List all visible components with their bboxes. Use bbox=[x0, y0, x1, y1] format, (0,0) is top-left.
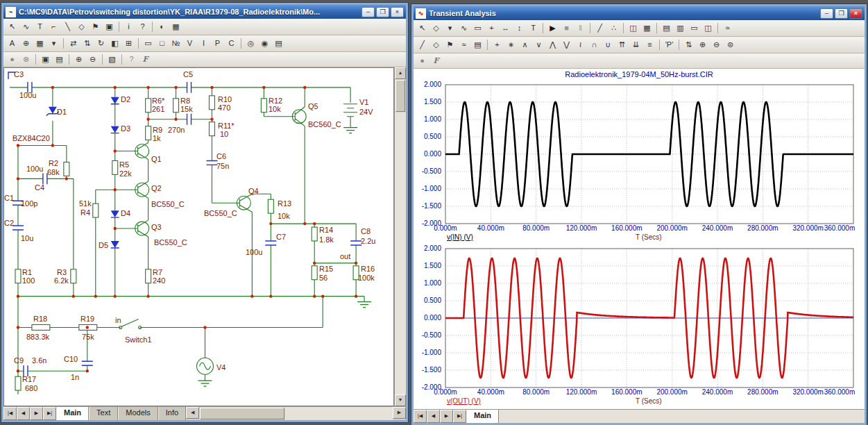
zoom-in-icon[interactable]: ⊕ bbox=[696, 38, 709, 51]
mirror-icon[interactable]: ◧ bbox=[108, 37, 121, 50]
peak-icon[interactable]: ∧ bbox=[518, 38, 531, 51]
go-to-performance-icon[interactable]: ⇅ bbox=[682, 38, 695, 51]
component-label[interactable]: C1 bbox=[4, 194, 14, 202]
component-label[interactable]: R18 bbox=[33, 315, 47, 323]
trace-v-in-v-[interactable] bbox=[445, 102, 853, 206]
show-grid-icon[interactable]: ▦ bbox=[33, 37, 46, 50]
trace-label[interactable]: v(IN) (V) bbox=[447, 233, 473, 242]
zoom-out-icon[interactable]: ⊖ bbox=[710, 38, 723, 51]
graphics-flag-icon[interactable]: ⚑ bbox=[443, 38, 457, 51]
component-label[interactable]: R9 bbox=[153, 126, 162, 134]
pin-connections-icon[interactable]: ⊕ bbox=[19, 37, 33, 50]
p-key-icon[interactable]: 'P' bbox=[663, 38, 676, 51]
component-label[interactable]: C5 bbox=[183, 71, 193, 78]
color-palette-icon[interactable]: ▦ bbox=[169, 20, 182, 33]
help-icon[interactable]: ? bbox=[136, 20, 149, 33]
component-label[interactable]: R10 bbox=[218, 96, 232, 103]
component-label[interactable]: out bbox=[340, 253, 350, 260]
vertical-scrollbar-thumb[interactable] bbox=[395, 80, 405, 112]
formula-icon[interactable]: F bbox=[429, 54, 443, 67]
component-label[interactable]: R4 bbox=[80, 209, 90, 217]
component-label[interactable]: 680 bbox=[25, 385, 37, 392]
component-label[interactable]: Q1 bbox=[151, 156, 162, 163]
scroll-right-button[interactable]: ▶ bbox=[393, 407, 406, 419]
waveform-smooth-icon[interactable]: ≈ bbox=[457, 38, 470, 51]
align-cursors-icon[interactable]: ≡ bbox=[643, 38, 656, 51]
panel-left-icon[interactable]: ◫ bbox=[627, 22, 640, 35]
formula-icon[interactable]: F bbox=[139, 53, 152, 66]
zoom-in-icon[interactable]: ⊕ bbox=[72, 53, 85, 66]
high-icon[interactable]: ⋀ bbox=[546, 38, 559, 51]
component-label[interactable]: R1 bbox=[22, 269, 32, 276]
component-label[interactable]: R17 bbox=[22, 376, 36, 383]
component-label[interactable]: 10 bbox=[220, 131, 228, 138]
first-page-button[interactable]: |◀ bbox=[414, 410, 427, 423]
component-label[interactable]: 100k bbox=[358, 274, 375, 282]
previous-page-button[interactable]: ◀ bbox=[427, 410, 440, 423]
repeat-find-icon[interactable]: ◉ bbox=[258, 37, 271, 50]
text-icon[interactable]: T bbox=[33, 20, 46, 33]
minimize-button[interactable]: – bbox=[361, 7, 375, 17]
component-label[interactable]: 883.3k bbox=[26, 333, 49, 341]
component-label[interactable]: C2 bbox=[4, 219, 14, 227]
cursor-mode-icon[interactable]: + bbox=[485, 22, 498, 35]
graph-object-dropdown-icon[interactable]: ▾ bbox=[443, 22, 457, 35]
component-label[interactable]: 470 bbox=[218, 104, 230, 112]
component-label[interactable]: R2 bbox=[49, 160, 58, 167]
help-circle-icon[interactable]: ? bbox=[125, 53, 138, 66]
component-label[interactable]: C7 bbox=[276, 233, 286, 241]
schematic-canvas[interactable]: C3100uC5D1BZX84C20D2D3R6*261R815kR10470R… bbox=[3, 67, 394, 406]
region-enable-icon[interactable]: ◐ bbox=[155, 20, 169, 33]
data-points-icon[interactable]: ∴ bbox=[607, 22, 620, 35]
pause-circle-icon[interactable]: ● bbox=[6, 53, 19, 66]
component-label[interactable]: C6 bbox=[216, 153, 226, 160]
component-label[interactable]: D4 bbox=[121, 210, 130, 217]
vertical-scrollbar[interactable]: ▲ ▼ bbox=[394, 67, 406, 406]
schematic-window-titlebar[interactable]: ⌁ C:\MC9\DATA\Petrov\switching distortio… bbox=[3, 5, 406, 19]
component-label[interactable]: 100u bbox=[26, 165, 43, 173]
tab-models[interactable]: Models bbox=[118, 407, 158, 420]
properties-icon[interactable]: ▤ bbox=[471, 38, 484, 51]
component-label[interactable]: Q5 bbox=[308, 103, 318, 110]
component-label[interactable]: 270n bbox=[168, 126, 185, 134]
select-arrow-icon[interactable]: ↖ bbox=[416, 22, 429, 35]
zoom-out-icon[interactable]: ⊖ bbox=[86, 53, 99, 66]
component-label[interactable]: R5 bbox=[119, 161, 129, 169]
last-page-button[interactable]: ▶| bbox=[453, 410, 466, 423]
tab-info[interactable]: Info bbox=[158, 407, 186, 420]
power-icon[interactable]: P bbox=[211, 37, 224, 50]
inflection-icon[interactable]: ≀ bbox=[574, 38, 587, 51]
component-label[interactable]: Switch1 bbox=[125, 336, 152, 344]
component-label[interactable]: 100 bbox=[22, 277, 35, 285]
rotate-icon[interactable]: ↻ bbox=[94, 37, 108, 50]
component-label[interactable]: D3 bbox=[121, 125, 130, 133]
horizontal-scrollbar[interactable]: ◀ ▶ bbox=[186, 407, 406, 420]
horizontal-tag-icon[interactable]: ↔ bbox=[499, 22, 512, 35]
low-icon[interactable]: ⋁ bbox=[560, 38, 573, 51]
graph-object-icon[interactable]: ◇ bbox=[429, 22, 443, 35]
component-label[interactable]: R15 bbox=[319, 265, 333, 273]
flip-vertical-icon[interactable]: ⇅ bbox=[80, 37, 94, 50]
next-page-button[interactable]: ▶ bbox=[30, 407, 43, 420]
border-icon[interactable]: ▭ bbox=[142, 37, 155, 50]
wire-icon[interactable]: ⌐ bbox=[47, 20, 60, 33]
scale-mode-icon[interactable]: ▭ bbox=[471, 22, 484, 35]
restore-button[interactable]: ❒ bbox=[376, 7, 389, 17]
text-icon[interactable]: T bbox=[527, 22, 540, 35]
minimize-button[interactable]: – bbox=[820, 8, 833, 19]
component-label[interactable]: R19 bbox=[80, 315, 94, 323]
component-label[interactable]: 1.8k bbox=[319, 236, 334, 244]
global-high-icon[interactable]: ⇈ bbox=[615, 38, 629, 51]
component-label[interactable]: 75n bbox=[216, 162, 229, 170]
wave-icon[interactable]: ∿ bbox=[457, 22, 470, 35]
info-icon[interactable]: i bbox=[122, 20, 135, 33]
select-arrow-icon[interactable]: ↖ bbox=[6, 20, 19, 33]
component-label[interactable]: 24V bbox=[359, 108, 373, 116]
plot-single-icon[interactable]: ▭ bbox=[688, 22, 701, 35]
diagonal-wire-icon[interactable]: ╲ bbox=[61, 20, 74, 33]
conditions-icon[interactable]: C bbox=[225, 37, 238, 50]
animate-options-icon[interactable]: ● bbox=[416, 54, 429, 67]
component-label[interactable]: BC550_C bbox=[151, 201, 185, 208]
component-label[interactable]: 10k bbox=[269, 106, 281, 113]
component-label[interactable]: D1 bbox=[57, 108, 67, 116]
